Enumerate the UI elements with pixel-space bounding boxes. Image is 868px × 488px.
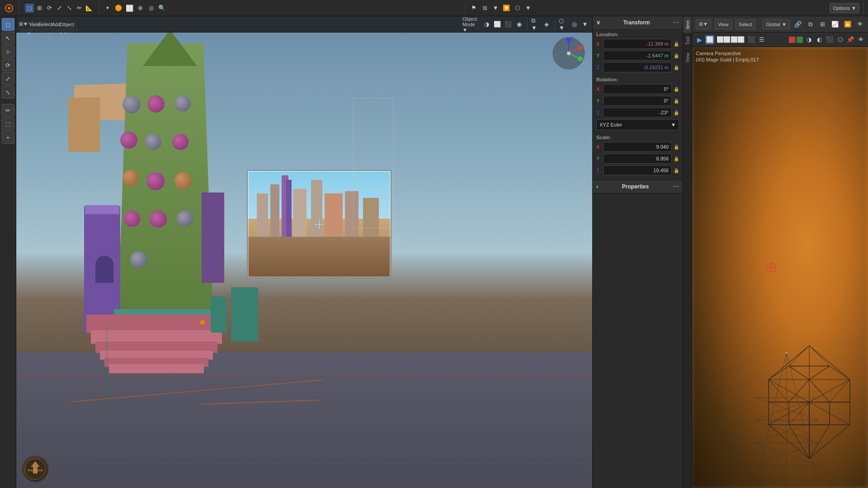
rotation-z-lock[interactable]: 🔒	[674, 109, 679, 116]
transform-tool[interactable]: ⤡	[2, 86, 14, 99]
vp-viewport-shading-4[interactable]: ◉	[514, 20, 524, 29]
location-x-lock[interactable]: 🔒	[674, 40, 679, 47]
transform-tool-icon[interactable]: ⤡	[65, 4, 74, 13]
properties-header[interactable]: › Properties ⋯	[593, 180, 683, 193]
rotation-y-lock[interactable]: 🔒	[674, 97, 679, 104]
scale-tool[interactable]: ⤢	[2, 72, 14, 85]
cam2-box5[interactable]: ⬛	[747, 35, 756, 44]
cam2-color2[interactable]	[797, 37, 803, 43]
cam-overlay-btn[interactable]: ⧉	[806, 20, 815, 29]
flag-icon[interactable]: ⚑	[469, 4, 478, 13]
euler-mode-dropdown[interactable]: XYZ Euler ▼	[596, 119, 679, 130]
cam2-sphere1[interactable]: ◑	[804, 35, 813, 44]
rotation-x-input[interactable]	[603, 84, 672, 94]
move-tool[interactable]: ⊹	[2, 45, 14, 58]
vp-select-menu[interactable]: Select	[41, 20, 50, 29]
cam-global-label: Global	[766, 22, 780, 27]
orb-5	[145, 134, 161, 150]
cam-global-btn[interactable]: Global ▼	[763, 19, 790, 29]
search-icon[interactable]: 🔍	[157, 4, 166, 13]
cam-view-select-menu[interactable]: Select	[736, 19, 756, 29]
select-box-tool[interactable]: ◻	[2, 18, 14, 31]
overlay-icon[interactable]: ⧉	[480, 4, 489, 13]
location-y-input[interactable]	[603, 51, 672, 61]
cam2-color1[interactable]	[789, 37, 795, 43]
vp-editor-type-icon[interactable]: ⊞▼	[19, 20, 28, 29]
wire-cube-icon[interactable]: ⬜	[125, 4, 134, 13]
blender-icon[interactable]	[5, 4, 14, 13]
vp-viewport-shading-1[interactable]: ◑	[482, 20, 491, 29]
shading-sphere-icon[interactable]: 🟠	[114, 4, 123, 13]
move-tool-icon[interactable]: ⊞	[35, 4, 44, 13]
vp-view-menu[interactable]: View	[30, 20, 39, 29]
navigation-gizmo[interactable]: X Y Z	[551, 35, 587, 73]
filter2-icon[interactable]: ▼	[524, 4, 533, 13]
rotation-x-lock[interactable]: 🔒	[674, 85, 679, 93]
snap-magnet-icon[interactable]: ⊕	[136, 4, 145, 13]
transform-more-icon[interactable]: ⋯	[673, 19, 679, 26]
snap-icon[interactable]: ⬡	[513, 4, 522, 13]
vp-overlays[interactable]: ⧉ ▼	[531, 20, 540, 29]
scale-x-lock[interactable]: 🔒	[674, 143, 679, 150]
location-z-input[interactable]	[603, 62, 672, 72]
mode-dropdown-icon[interactable]: ▼	[103, 4, 112, 13]
scale-z-input[interactable]	[603, 165, 672, 175]
cam-graph-btn[interactable]: 📈	[830, 20, 840, 29]
cam2-eye[interactable]: 👁	[856, 35, 865, 44]
vp-proportional-dropdown[interactable]: ▼	[580, 20, 590, 29]
vp-proportional[interactable]: ◎	[570, 20, 579, 29]
cam-view-editor-type[interactable]: ⊞▼	[696, 19, 711, 29]
location-x-input[interactable]	[603, 39, 672, 49]
tab-item[interactable]: Item	[683, 16, 692, 33]
measure-tool-icon[interactable]: 📐	[85, 4, 94, 13]
annotate-tool-icon[interactable]: ✏	[75, 4, 84, 13]
vp-viewport-shading-3[interactable]: ⬛	[504, 20, 513, 29]
rotation-z-input[interactable]	[603, 108, 672, 117]
cam2-sphere3[interactable]: ⬛	[825, 35, 834, 44]
filter-icon[interactable]: 🔽	[502, 4, 511, 13]
scale-y-input[interactable]	[603, 154, 672, 164]
vp-object-menu[interactable]: Object	[62, 20, 71, 29]
location-y-lock[interactable]: 🔒	[674, 52, 679, 59]
location-z-lock[interactable]: 🔒	[674, 64, 679, 71]
properties-more-icon[interactable]: ⋯	[673, 183, 679, 190]
cam2-box3[interactable]: ⬜⬜	[726, 35, 735, 44]
options-button[interactable]: Options ▼	[830, 3, 859, 13]
rotate-tool[interactable]: ⟳	[2, 59, 14, 71]
cam2-pin[interactable]: 📌	[846, 35, 855, 44]
measure-tool[interactable]: ⬚	[2, 117, 14, 130]
vp-xray[interactable]: ◈	[542, 20, 551, 29]
cursor-tool[interactable]: ↖	[2, 32, 14, 44]
rotation-y-input[interactable]	[603, 96, 672, 106]
rotate-tool-icon[interactable]: ⟳	[45, 4, 54, 13]
cam-grid-btn[interactable]: ⊞	[818, 20, 827, 29]
vp-mode-dropdown[interactable]: Object Mode ▼	[465, 20, 474, 29]
cam-filter-btn[interactable]: 🔼	[843, 20, 852, 29]
tab-view[interactable]: View	[683, 49, 692, 66]
scale-tool-icon[interactable]: ⤢	[55, 4, 64, 13]
tab-tool[interactable]: Tool	[683, 33, 692, 48]
transform-header[interactable]: ∨ Transform ⋯	[593, 16, 683, 29]
cam2-box6[interactable]: ☰	[757, 35, 766, 44]
vp-viewport-shading-2[interactable]: ⬜	[493, 20, 502, 29]
scale-y-lock[interactable]: 🔒	[674, 155, 679, 162]
select-tool-icon[interactable]: ◻	[25, 4, 34, 13]
cam-view-view-menu[interactable]: View	[715, 19, 732, 29]
scale-x-input[interactable]	[603, 142, 672, 152]
vp-snap[interactable]: ⬡ ▼	[559, 20, 568, 29]
3d-viewport[interactable]: ⊞▼ View Select Add Object Object Mode ▼ …	[16, 16, 592, 488]
cam2-sphere2[interactable]: ◐	[815, 35, 824, 44]
properties-panel: ∨ Transform ⋯ Location: X 🔒 Y 🔒 Z	[592, 16, 683, 488]
proportional-icon[interactable]: ◎	[146, 4, 156, 13]
viewport-shading-icon[interactable]: ▼	[491, 4, 500, 13]
cam-eye-btn[interactable]: 👁	[855, 20, 864, 29]
add-tool[interactable]: +	[2, 131, 14, 144]
cam2-box4[interactable]: ⬜	[736, 35, 745, 44]
vp-add-menu[interactable]: Add	[52, 20, 61, 29]
cam2-box1[interactable]: ⬜	[705, 35, 714, 44]
annotate-tool[interactable]: ✏	[2, 104, 14, 117]
cam2-play[interactable]: ▶	[695, 35, 704, 44]
cam-shading-btn[interactable]: 🔗	[793, 20, 802, 29]
cam2-snap[interactable]: ⬡	[835, 35, 844, 44]
scale-z-lock[interactable]: 🔒	[674, 167, 679, 174]
